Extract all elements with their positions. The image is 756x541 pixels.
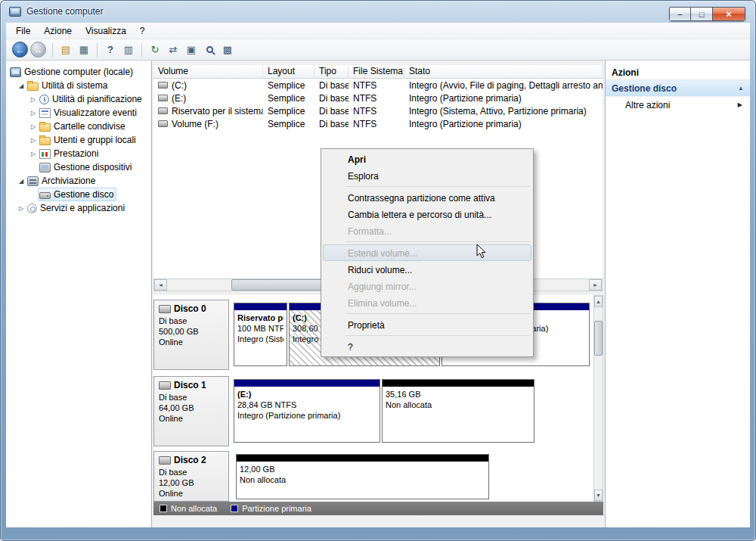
menu-item-contrassegna-partizione-attiva[interactable]: Contrassegna partizione come attiva: [323, 189, 531, 206]
tree-item-utenti-e-gruppi-locali[interactable]: ▷ Utenti e gruppi locali: [6, 133, 151, 147]
menu-azione[interactable]: Azione: [37, 23, 79, 39]
volume-row[interactable]: (E:) Semplice Di base NTFS Integro (Part…: [153, 92, 603, 104]
tree-item-cartelle-condivise[interactable]: ▷ Cartelle condivise: [6, 120, 151, 133]
column-header-stato[interactable]: Stato: [404, 65, 603, 79]
tree-item-gestione-computer[interactable]: Gestione computer (locale): [6, 65, 151, 79]
menu-item-proprieta[interactable]: Proprietà: [323, 316, 531, 333]
action-section-gestione-disco[interactable]: Gestione disco ▲: [606, 80, 750, 97]
menu-visualizza[interactable]: Visualizza: [79, 23, 133, 39]
disk-status: Online: [159, 413, 224, 424]
tree-item-label: Gestione disco: [54, 189, 113, 200]
show-hide-action-pane-button[interactable]: ▥: [119, 42, 138, 58]
expander-collapsed-icon[interactable]: ▷: [17, 205, 26, 212]
toolbar-separator: [141, 43, 142, 57]
volume-cell-fs: NTFS: [349, 80, 404, 91]
console-tree-pane: Gestione computer (locale) ◢ Utilità di …: [6, 61, 152, 527]
partition-area: 12,00 GB Non allocata: [232, 451, 590, 502]
column-header-layout[interactable]: Layout: [263, 65, 314, 79]
tree-item-archiviazione[interactable]: ◢ Archiviazione: [6, 174, 151, 188]
disk-name: Disco 0: [174, 303, 206, 314]
expander-expanded-icon[interactable]: ◢: [17, 82, 26, 89]
scroll-thumb[interactable]: [594, 321, 603, 356]
tree-item-visualizzatore-eventi[interactable]: ▷ Visualizzatore eventi: [6, 106, 151, 120]
volume-row[interactable]: Volume (F:) Semplice Di base NTFS Integr…: [153, 117, 603, 130]
system-tools-folder-icon: [27, 82, 39, 91]
expander-collapsed-icon[interactable]: ▷: [29, 151, 38, 157]
volume-cell-layout: Semplice: [263, 119, 314, 129]
search-button[interactable]: [200, 42, 218, 58]
legend-primary-partition: Partizione primaria: [231, 504, 311, 513]
scroll-right-button[interactable]: ►: [589, 279, 602, 291]
column-header-file-sistema[interactable]: File Sistema: [349, 65, 404, 79]
help-button[interactable]: ?: [101, 42, 119, 58]
context-menu: Apri Esplora Contrassegna partizione com…: [321, 148, 534, 357]
disk-label-2[interactable]: Disco 2 Di base 12,00 GB Online: [153, 451, 229, 502]
console-tree-icon: ▤: [61, 44, 70, 55]
tree-item-gestione-disco[interactable]: Gestione disco: [6, 188, 151, 201]
menu-item-cambia-lettera-percorso[interactable]: Cambia lettera e percorso di unità...: [323, 206, 531, 222]
device-manager-icon: [39, 163, 51, 173]
disk-label-0[interactable]: Disco 0 Di base 500,00 GB Online: [153, 300, 229, 370]
action-altre-azioni[interactable]: Altre azioni ▶: [606, 97, 750, 113]
scroll-left-button[interactable]: ◄: [154, 279, 167, 291]
back-button[interactable]: ←: [12, 42, 28, 58]
rescan-disks-button[interactable]: ⇄: [164, 42, 182, 58]
expander-collapsed-icon[interactable]: ▷: [29, 123, 38, 130]
tree-item-gestione-dispositivi[interactable]: Gestione dispositivi: [6, 160, 151, 174]
vertical-scrollbar[interactable]: ▲ ▼: [593, 295, 603, 502]
refresh-button[interactable]: ↻: [146, 42, 164, 58]
partition-e[interactable]: (E:) 28,84 GB NTFS Integro (Partizione p…: [234, 379, 380, 443]
volume-cell-name: Riservato per il sistema: [153, 106, 263, 117]
chevron-up-icon[interactable]: ▲: [738, 85, 744, 92]
title-bar[interactable]: Gestione computer − □ ×: [0, 0, 756, 23]
partition-unallocated-disk2[interactable]: 12,00 GB Non allocata: [236, 454, 489, 499]
scroll-up-icon: ▲: [596, 299, 601, 304]
properties-button[interactable]: ▣: [182, 42, 200, 58]
disk-label-1[interactable]: Disco 1 Di base 64,00 GB Online: [153, 376, 229, 446]
column-header-tipo[interactable]: Tipo: [314, 65, 349, 79]
menu-item-riduci-volume[interactable]: Riduci volume...: [323, 261, 531, 278]
tree-item-label: Gestione computer (locale): [24, 67, 133, 77]
primary-partition-band: [234, 380, 380, 387]
menu-item-help[interactable]: ?: [323, 338, 531, 355]
actions-pane: Azioni Gestione disco ▲ Altre azioni ▶: [605, 61, 750, 527]
expander-collapsed-icon[interactable]: ▷: [29, 137, 38, 144]
scroll-track[interactable]: [594, 307, 603, 490]
maximize-button[interactable]: □: [691, 7, 713, 21]
partition-size: 12,00 GB: [240, 464, 485, 474]
minimize-button[interactable]: −: [669, 7, 691, 21]
partition-status: Integro (Partizione primaria): [237, 410, 376, 421]
window: Gestione computer − □ × File Azione Visu…: [0, 0, 756, 541]
scroll-up-button[interactable]: ▲: [594, 296, 603, 307]
menu-file[interactable]: File: [9, 23, 37, 39]
volume-cell-stato: Integro (Sistema, Attivo, Partizione pri…: [404, 106, 603, 117]
tree-item-label: Cartelle condivise: [54, 121, 125, 132]
scroll-down-button[interactable]: ▼: [594, 490, 603, 501]
export-list-button[interactable]: ▦: [75, 42, 93, 58]
volume-row[interactable]: Riservato per il sistema Semplice Di bas…: [153, 104, 603, 117]
volume-row[interactable]: (C:) Semplice Di base NTFS Integro (Avvi…: [153, 79, 603, 92]
volume-list-header: Volume Layout Tipo File Sistema Stato: [153, 65, 603, 79]
disk-type: Di base: [159, 467, 224, 477]
expander-expanded-icon[interactable]: ◢: [17, 178, 26, 185]
tree-item-prestazioni[interactable]: ▷ Prestazioni: [6, 147, 151, 160]
tree-item-label: Utilità di pianificazione: [52, 94, 142, 104]
menu-help[interactable]: ?: [133, 23, 152, 39]
disk-type: Di base: [159, 392, 224, 403]
partition-riservato[interactable]: Riservato per il sistema 100 MB NTFS Int…: [234, 303, 287, 366]
partition-unallocated-disk1[interactable]: 35,16 GB Non allocata: [382, 379, 534, 443]
forward-button[interactable]: →: [30, 42, 46, 58]
tree-item-utilita-di-sistema[interactable]: ◢ Utilità di sistema: [6, 79, 151, 92]
menu-item-apri[interactable]: Apri: [323, 151, 531, 167]
expander-collapsed-icon[interactable]: ▷: [29, 110, 38, 117]
expander-collapsed-icon[interactable]: ▷: [29, 96, 38, 103]
customize-view-button[interactable]: ▩: [218, 42, 237, 58]
column-header-volume[interactable]: Volume: [153, 65, 263, 79]
tree-item-utilita-di-pianificazione[interactable]: ▷ Utilità di pianificazione: [6, 92, 151, 106]
volume-cell-tipo: Di base: [314, 106, 349, 117]
show-hide-console-tree-button[interactable]: ▤: [57, 42, 75, 58]
partition-status: Non allocata: [240, 474, 485, 485]
tree-item-servizi-e-applicazioni[interactable]: ▷ Servizi e applicazioni: [6, 201, 151, 215]
close-button[interactable]: ×: [713, 7, 745, 21]
menu-item-esplora[interactable]: Esplora: [323, 167, 531, 184]
